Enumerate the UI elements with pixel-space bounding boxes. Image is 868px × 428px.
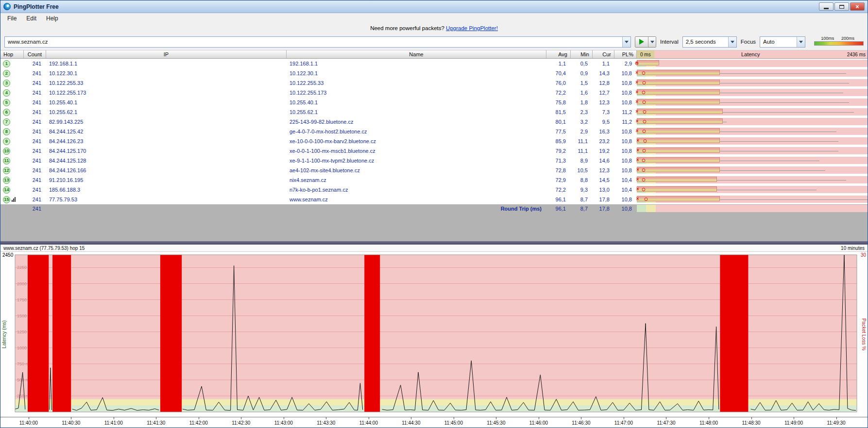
interval-combobox[interactable]: 2,5 seconds (682, 36, 737, 48)
table-row[interactable]: 924184.244.126.23xe-10-0-0-100-mx-barv2.… (0, 136, 868, 146)
time-axis: 11:40:0011:40:3011:41:0011:41:3011:42:00… (0, 417, 868, 428)
header-count[interactable]: Count (24, 50, 46, 59)
time-tick (624, 417, 624, 419)
count-value: 241 (24, 98, 46, 107)
table-row[interactable]: 1224184.244.126.166ae4-102-mx-site4.blue… (0, 165, 868, 175)
close-button[interactable]: × (850, 2, 865, 11)
avg-value: 71,3 (546, 156, 571, 165)
header-name[interactable]: Name (287, 50, 546, 59)
table-row[interactable]: 1024184.244.125.170xe-0-0-1-100-mx-mscb1… (0, 146, 868, 156)
table-row[interactable]: 424110.122.255.17310.122.255.17372,21,61… (0, 88, 868, 98)
start-trace-button[interactable] (635, 37, 648, 47)
header-latency[interactable]: 0 ms Latency 2436 ms (637, 50, 868, 59)
focus-combobox[interactable]: Auto (760, 36, 805, 48)
latency-color-legend: 100ms 200ms (814, 36, 864, 48)
table-row[interactable]: 14241185.66.188.3n7k-ko-b-po1.seznam.cz7… (0, 185, 868, 195)
upgrade-link[interactable]: Upgrade PingPlotter! (446, 25, 498, 31)
hop-cell: 3 (0, 78, 24, 88)
graph-duration-label[interactable]: 10 minutes (841, 246, 865, 251)
time-axis-label: 11:43:00 (274, 420, 293, 426)
packet-loss-value: 10,4 (614, 185, 637, 195)
table-row[interactable]: 624110.255.62.110.255.62.181,52,37,311,2… (0, 107, 868, 117)
hop-cell: 2 (0, 68, 24, 78)
cur-value: 12,7 (593, 88, 614, 98)
hop-number-badge: 15 (3, 196, 10, 203)
start-trace-options-button[interactable] (648, 37, 656, 47)
latency-graph-box: × (637, 118, 868, 125)
avg-latency-marker (642, 100, 646, 104)
min-latency-marker: × (635, 79, 638, 86)
table-row[interactable]: 224110.122.30.110.122.30.170,40,914,310,… (0, 68, 868, 78)
hop-cell: 7 (0, 117, 24, 127)
menu-file[interactable]: File (2, 14, 21, 23)
time-tick (836, 417, 837, 419)
table-row[interactable]: 1524177.75.79.53www.seznam.cz96,18,717,8… (0, 195, 868, 204)
time-axis-label: 11:47:30 (657, 420, 675, 426)
title-bar[interactable]: PingPlotter Free × (0, 0, 868, 13)
packet-loss-value: 10,8 (614, 156, 637, 165)
hop-cell: 10 (0, 146, 24, 156)
hop-number-badge: 1 (3, 60, 10, 67)
table-row[interactable]: 524110.255.40.110.255.40.175,81,812,310,… (0, 98, 868, 107)
maximize-icon (839, 5, 844, 9)
cur-value: 23,2 (593, 136, 614, 146)
table-row[interactable]: 724182.99.143.225225-143-99-82.bluetone.… (0, 117, 868, 127)
time-tick (71, 417, 71, 419)
header-min[interactable]: Min (571, 50, 593, 59)
time-tick (241, 417, 241, 419)
hostname-value: xe-0-0-1-100-mx-mscb1.bluetone.cz (287, 146, 546, 156)
header-cur[interactable]: Cur (593, 50, 614, 59)
focused-graph-icon (12, 197, 16, 202)
rt-cur: 17,8 (593, 204, 614, 213)
packet-loss-value: 10,8 (614, 136, 637, 146)
header-pl[interactable]: PL% (614, 50, 637, 59)
time-axis-label: 11:40:00 (19, 420, 38, 426)
maximize-button[interactable] (834, 2, 849, 11)
min-latency-marker: × (636, 166, 639, 174)
header-hop[interactable]: Hop (0, 50, 24, 59)
chevron-down-icon (625, 41, 629, 43)
table-row[interactable]: 824184.244.125.42ge-4-0-7-0-mx-host2.blu… (0, 127, 868, 136)
interval-dropdown-button[interactable] (728, 37, 736, 47)
target-address-combobox[interactable]: www.seznam.cz (4, 36, 631, 48)
focus-dropdown-button[interactable] (797, 37, 805, 47)
table-row[interactable]: 324110.122.255.3310.122.255.3376,01,512,… (0, 78, 868, 88)
time-tick (794, 417, 794, 419)
avg-latency-marker (643, 139, 647, 143)
hop-number-badge: 2 (3, 70, 10, 77)
time-tick (539, 417, 539, 419)
hop-cell: 8 (0, 127, 24, 136)
avg-latency-marker (643, 130, 646, 133)
avg-value: 1,1 (546, 59, 571, 68)
target-address-value: www.seznam.cz (5, 37, 622, 47)
target-dropdown-button[interactable] (622, 37, 630, 47)
rt-ip-cell (46, 204, 287, 213)
hop-number-badge: 11 (3, 157, 10, 165)
menu-edit[interactable]: Edit (21, 14, 41, 23)
latency-graph-box: × (637, 147, 868, 154)
menu-help[interactable]: Help (41, 14, 63, 23)
minimize-button[interactable] (819, 2, 834, 11)
table-row[interactable]: 1324191.210.16.195nix4.seznam.cz72,98,81… (0, 175, 868, 185)
hop-number-badge: 13 (3, 177, 10, 184)
timeline-plot[interactable]: 2250 ms2000 ms1750 ms1500 ms1250 ms1000 … (0, 252, 868, 417)
table-row[interactable]: 1124184.244.125.128xe-9-1-1-100-mx-tvpm2… (0, 156, 868, 165)
latency-graph-cell: × (637, 98, 868, 107)
header-ip[interactable]: IP (46, 50, 287, 59)
min-latency-marker: × (635, 60, 638, 67)
time-axis-label: 11:45:30 (487, 420, 505, 426)
min-latency-marker: × (636, 118, 639, 125)
table-row[interactable]: 1241192.168.1.1192.168.1.11,10,51,12,9× (0, 59, 868, 68)
min-latency-marker: × (635, 99, 638, 106)
hostname-value: 10.122.30.1 (287, 68, 546, 78)
rt-pl: 10,8 (614, 204, 637, 213)
hostname-value: 10.122.255.33 (287, 78, 546, 88)
pane-splitter[interactable] (0, 241, 868, 245)
hop-number-badge: 9 (3, 138, 10, 145)
chevron-down-icon (650, 41, 654, 43)
hop-cell: 4 (0, 88, 24, 98)
header-avg[interactable]: Avg (546, 50, 571, 59)
timeline-graph[interactable]: 2250 ms2000 ms1750 ms1500 ms1250 ms1000 … (0, 252, 868, 417)
min-value: 2,3 (571, 107, 593, 117)
ip-value: 84.244.125.170 (46, 146, 287, 156)
